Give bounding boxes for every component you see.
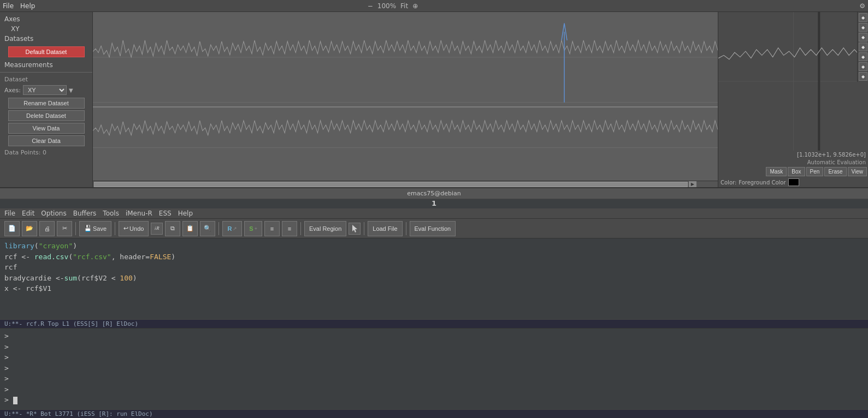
menu-help[interactable]: Help (20, 2, 35, 10)
zoom-target-icon[interactable]: ⊕ (412, 2, 418, 10)
tb-separator-2 (115, 222, 115, 235)
tb-eval-region-btn[interactable]: Eval Region (304, 221, 346, 236)
zoom-level: 100% (377, 2, 396, 10)
emacs-menu-file[interactable]: File (4, 210, 15, 217)
zoom-minus[interactable]: − (368, 2, 373, 10)
view-btn[interactable]: View (848, 167, 867, 176)
right-btn-1[interactable]: ◆ (859, 13, 867, 22)
emacs-console[interactable]: > > > > > > > (0, 329, 868, 409)
tb-print-btn[interactable]: 🖨 (39, 221, 55, 236)
axes-dropdown-icon: ▼ (69, 87, 73, 93)
emacs-menu-tools[interactable]: Tools (103, 210, 119, 217)
tb-r-btn[interactable]: R ↗ (222, 221, 242, 236)
tb-copy-btn[interactable]: ⧉ (165, 221, 180, 236)
console-prompt-3: > (4, 352, 864, 363)
tb-undo-btn[interactable]: ↩ Undo (119, 221, 149, 236)
chart-svg (93, 12, 718, 187)
zoom-fit[interactable]: Fit (400, 2, 408, 10)
settings-icon[interactable]: ⚙ (859, 2, 865, 10)
code-line-4: bradycardie <-sum(rcf$V2 < 100) (4, 273, 864, 284)
right-btn-6[interactable]: ◆ (859, 62, 867, 71)
emacs-toolbar: 📄 📂 🖨 ✂ 💾 Save ↩ Undo 𝑖𝑅 ⧉ 📋 🔍 R ↗ S + ≡… (0, 219, 868, 238)
pen-btn[interactable]: Pen (806, 167, 824, 176)
code-line-2: rcf <- read.csv("rcf.csv", header=FALSE) (4, 252, 864, 262)
datasets-label: Datasets (0, 34, 92, 44)
undo-icon: ↩ (123, 225, 128, 232)
menu-file[interactable]: File (3, 2, 14, 10)
data-points-label: Data Points: 0 (0, 148, 92, 157)
tb-search-btn[interactable]: 🔍 (200, 221, 215, 236)
xy-label[interactable]: XY (0, 24, 92, 34)
tb-load-file-btn[interactable]: Load File (368, 221, 402, 236)
tb-paste-btn[interactable]: 📋 (182, 221, 198, 236)
emacs-mode-line-top: U:**- rcf.R Top L1 (ESS[S] [R] ElDoc) (0, 319, 868, 329)
console-prompt-6: > (4, 384, 864, 395)
tb-separator-1 (75, 222, 76, 235)
right-btn-7[interactable]: ◆ (859, 72, 867, 81)
measurements-label: Measurements (0, 60, 92, 70)
emacs-section: emacs75@debian 1 File Edit Options Buffe… (0, 188, 868, 418)
erase-btn[interactable]: Erase (824, 167, 846, 176)
axes-row: Axes: XY ▼ (0, 84, 92, 96)
right-btn-3[interactable]: ◆ (859, 33, 867, 41)
right-panel: ◆ ◆ ◆ ◆ ◆ ◆ ◆ [1.1032e+1, 9.5826e+0] Aut… (718, 12, 868, 187)
box-btn[interactable]: Box (788, 167, 805, 176)
tb-save-btn[interactable]: 💾 Save (79, 221, 111, 236)
emacs-title-bar: emacs75@debian (0, 188, 868, 199)
tb-eval-function-btn[interactable]: Eval Function (410, 221, 456, 236)
emacs-window-number: 1 (0, 199, 868, 208)
tb-cut-btn[interactable]: ✂ (57, 221, 72, 236)
tb-open-btn[interactable]: 📂 (22, 221, 37, 236)
tb-separator-4 (300, 222, 301, 235)
tb-s-btn[interactable]: S + (244, 221, 262, 236)
mask-btn[interactable]: Mask (766, 167, 787, 176)
right-btn-2[interactable]: ◆ (859, 23, 867, 32)
chart-horizontal-scrollbar[interactable]: ▶ (93, 181, 718, 187)
emacs-menu-bar: File Edit Options Buffers Tools iMenu-R … (0, 208, 868, 219)
emacs-menu-options[interactable]: Options (41, 210, 66, 217)
tb-iess-btn[interactable]: 𝑖𝑅 (151, 223, 163, 235)
delete-dataset-btn[interactable]: Delete Dataset (8, 110, 85, 121)
tb-align2-btn[interactable]: ≡ (282, 221, 297, 236)
console-prompt-1: > (4, 331, 864, 342)
rename-dataset-btn[interactable]: Rename Dataset (8, 98, 85, 109)
axes-select[interactable]: XY (23, 85, 67, 95)
clear-data-btn[interactable]: Clear Data (8, 135, 85, 146)
right-btn-5[interactable]: ◆ (859, 52, 867, 61)
foreground-color-label: Foreground Color (739, 180, 786, 186)
view-data-btn[interactable]: View Data (8, 123, 85, 134)
tb-align-btn[interactable]: ≡ (264, 221, 280, 236)
dataset-section-label: Dataset (0, 75, 92, 84)
emacs-title: emacs75@debian (407, 190, 461, 197)
svg-rect-0 (93, 12, 718, 187)
emacs-menu-ess[interactable]: ESS (159, 210, 172, 217)
scrollbar-right-arrow[interactable]: ▶ (689, 181, 696, 188)
emacs-menu-buffers[interactable]: Buffers (73, 210, 97, 217)
s-icon: S (249, 225, 253, 232)
color-swatch[interactable] (788, 178, 799, 186)
code-line-5: x <- rcf$V1 (4, 283, 864, 294)
console-prompt-2: > (4, 342, 864, 353)
emacs-menu-help[interactable]: Help (178, 210, 193, 217)
emacs-menu-imenu-r[interactable]: iMenu-R (126, 210, 152, 217)
r-icon: R (227, 225, 232, 232)
right-btn-4[interactable]: ◆ (859, 43, 867, 51)
emacs-editor[interactable]: library("crayon") rcf <- read.csv("rcf.c… (0, 238, 868, 319)
right-chart-svg (718, 12, 868, 151)
scrollbar-thumb[interactable] (94, 182, 688, 187)
coords-display: [1.1032e+1, 9.5826e+0] (718, 151, 868, 159)
right-mini-chart: ◆ ◆ ◆ ◆ ◆ ◆ ◆ (718, 12, 868, 151)
svg-marker-10 (352, 225, 357, 232)
emacs-mode-line-bottom: U:**- *R* Bot L3771 (iESS [R]: run ElDoc… (0, 409, 868, 418)
tb-separator-5 (364, 222, 364, 235)
default-dataset-btn[interactable]: Default Dataset (8, 46, 85, 57)
main-chart-area: ▶ (93, 12, 718, 187)
emacs-menu-edit[interactable]: Edit (22, 210, 34, 217)
save-icon: 💾 (84, 225, 92, 232)
panel-separator-1 (0, 72, 92, 73)
annotation-label: Automatic Evaluation (718, 159, 868, 166)
tb-new-btn[interactable]: 📄 (4, 221, 20, 236)
color-row: Color: Foreground Color (718, 177, 868, 187)
left-panel: Axes XY Datasets Default Dataset Measure… (0, 12, 93, 187)
axes-label: Axes (0, 14, 92, 24)
